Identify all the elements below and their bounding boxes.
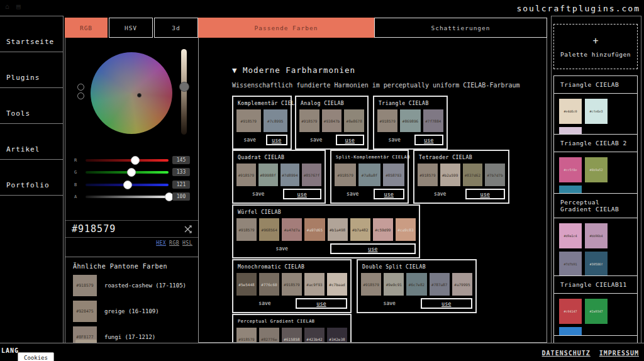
color-swatch[interactable]: #bb96b4 (585, 223, 608, 248)
randomize-icon[interactable] (184, 225, 192, 233)
color-swatch[interactable]: #918579 (418, 164, 438, 186)
sidebar-item-tools[interactable]: Tools (0, 88, 63, 124)
save-button[interactable]: save (377, 135, 412, 145)
tab-passende-farben[interactable]: Passende Farben (198, 18, 374, 38)
color-swatch[interactable]: #8e8678 (344, 109, 364, 132)
use-button[interactable]: use (414, 135, 444, 145)
color-swatch[interactable]: #c04147 (559, 299, 582, 324)
color-swatch[interactable]: #869896 (400, 109, 420, 132)
color-swatch[interactable]: #918579 (236, 109, 261, 132)
slider-handle[interactable] (131, 156, 140, 165)
color-swatch[interactable]: #ca9c83 (396, 218, 416, 241)
wheel-mode-radio-2[interactable] (77, 92, 84, 99)
color-wheel[interactable] (91, 52, 172, 134)
color-swatch[interactable]: #7c8995 (264, 109, 288, 132)
slider-handle[interactable] (123, 181, 132, 189)
color-swatch[interactable]: #7b7d7b (485, 164, 505, 186)
color-swatch[interactable]: #342e38 (327, 328, 347, 343)
slider-track[interactable] (86, 159, 169, 162)
datenschutz-link[interactable]: DATENSCHUTZ (542, 350, 591, 357)
tab-hsv[interactable]: HSV (109, 18, 153, 38)
tab-3d[interactable]: 3d (154, 18, 198, 38)
slider-track[interactable] (86, 196, 169, 198)
color-swatch[interactable]: #d9a1c4 (559, 223, 582, 248)
color-swatch[interactable]: #918579 (361, 273, 381, 296)
color-swatch[interactable]: #918579 (236, 328, 257, 343)
color-swatch[interactable]: #a79995 (452, 273, 472, 296)
menu-icon[interactable]: ▤ (16, 3, 21, 11)
color-wheel-marker[interactable] (137, 93, 142, 97)
home-icon[interactable]: ⌂ (5, 3, 9, 11)
color-swatch[interactable]: #b2a599 (440, 164, 460, 186)
color-swatch[interactable]: #918579 (282, 273, 302, 296)
save-button[interactable]: save (236, 243, 328, 254)
color-swatch[interactable]: #858793 (383, 164, 404, 186)
use-button[interactable]: use (330, 243, 416, 254)
save-button[interactable]: save (236, 189, 280, 199)
save-button[interactable]: save (236, 135, 264, 145)
add-palette-button[interactable]: + Palette hinzufügen (553, 24, 638, 69)
color-swatch[interactable]: #cfe6e3 (585, 99, 608, 124)
color-swatch[interactable]: #cc5f8e (559, 157, 582, 182)
color-swatch[interactable]: #b1a498 (328, 218, 348, 241)
format-hex-link[interactable]: HEX (156, 240, 166, 246)
color-swatch[interactable]: #b7a482 (350, 218, 370, 241)
save-button[interactable]: save (236, 298, 293, 309)
tab-rgb[interactable]: RGB (65, 18, 108, 38)
cookies-button[interactable]: Cookies (18, 352, 54, 361)
color-swatch[interactable]: #a47d7a (282, 218, 302, 241)
color-swatch[interactable]: #85767f (302, 164, 321, 186)
use-button[interactable]: use (336, 135, 365, 145)
use-button[interactable]: use (374, 189, 405, 199)
wheel-mode-radio-1[interactable] (77, 84, 84, 91)
format-hsl-link[interactable]: HSL (182, 240, 192, 246)
tab-schattierungen[interactable]: Schattierungen (374, 18, 547, 38)
pantone-item[interactable]: #928475greige (16-1109) (73, 301, 199, 322)
sidebar-item-artikel[interactable]: Artikel (0, 124, 63, 160)
color-swatch[interactable]: #9e9c91 (384, 273, 404, 296)
use-button[interactable]: use (296, 298, 347, 309)
color-swatch[interactable]: #918579 (377, 109, 397, 132)
impressum-link[interactable]: IMPRESSUM (599, 350, 639, 357)
use-button[interactable]: use (283, 189, 322, 199)
color-swatch[interactable]: #a97d65 (304, 218, 325, 241)
use-button[interactable]: use (266, 135, 288, 145)
color-swatch[interactable]: #82776e (259, 328, 279, 343)
pantone-item[interactable]: #918579roasted-cashew (17-1105) (73, 275, 199, 296)
color-swatch[interactable]: #2a9347 (585, 299, 608, 324)
color-swatch[interactable]: #c59d99 (373, 218, 393, 241)
use-button[interactable]: use (465, 189, 506, 199)
sidebar-item-plugins[interactable]: Plugins (0, 52, 63, 88)
color-swatch[interactable]: #918579 (335, 164, 356, 186)
color-swatch[interactable]: #c7baad (327, 273, 347, 296)
color-swatch[interactable]: #615858 (282, 328, 302, 343)
save-button[interactable]: save (361, 298, 418, 309)
save-button[interactable]: save (418, 189, 463, 199)
section-title[interactable]: ▼ Moderne Farbharmonien (232, 65, 355, 75)
color-swatch[interactable]: #968564 (259, 218, 279, 241)
color-swatch[interactable]: #918579 (236, 164, 256, 186)
sidebar-item-portfolio[interactable]: Portfolio (0, 160, 63, 196)
lightness-slider[interactable] (181, 49, 187, 135)
color-swatch[interactable]: #30586f (585, 252, 608, 277)
color-swatch[interactable]: #7d7b91 (559, 252, 582, 277)
use-button[interactable]: use (421, 298, 473, 309)
color-swatch[interactable]: #7a8a8f (358, 164, 380, 186)
color-swatch[interactable]: #837d62 (463, 164, 483, 186)
color-swatch[interactable]: #776c60 (259, 273, 279, 296)
color-swatch[interactable]: #423b42 (304, 328, 325, 343)
color-swatch[interactable]: #7f7884 (423, 109, 443, 132)
sidebar-item-startseite[interactable]: Startseite (0, 16, 63, 52)
save-button[interactable]: save (335, 189, 371, 199)
color-swatch[interactable]: #7d8994 (280, 164, 300, 186)
slider-handle[interactable] (127, 168, 136, 177)
color-swatch[interactable]: #93847b (322, 109, 342, 132)
color-swatch[interactable]: #6c7e82 (406, 273, 426, 296)
save-button[interactable]: save (299, 135, 333, 145)
lightness-slider-handle[interactable] (179, 82, 189, 92)
color-swatch[interactable]: #918579 (236, 218, 257, 241)
color-swatch[interactable]: #5e5448 (236, 273, 257, 296)
color-swatch[interactable]: #8b9a52 (585, 157, 608, 182)
format-rgb-link[interactable]: RGB (169, 240, 179, 246)
color-swatch[interactable]: #e4d6c0 (559, 99, 582, 124)
